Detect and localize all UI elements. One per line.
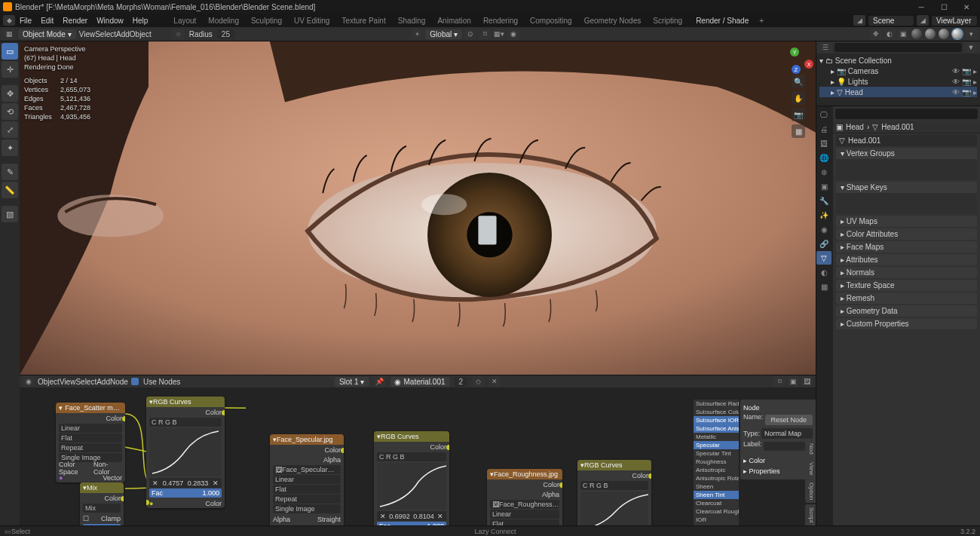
- move-tool[interactable]: ✥: [2, 85, 18, 102]
- curve-widget-3[interactable]: [580, 492, 648, 525]
- minimize-button[interactable]: ─: [911, 1, 932, 13]
- solid-shading[interactable]: [924, 28, 936, 40]
- bsdf-input[interactable]: Clearcoat Roughn: [694, 507, 739, 516]
- snap-icon[interactable]: ⌑: [479, 29, 491, 39]
- panel-header[interactable]: ▸ Geometry Data: [836, 305, 977, 317]
- menu-help[interactable]: Help: [128, 17, 153, 25]
- panel-header[interactable]: ▸ Remesh: [836, 293, 977, 304]
- node-header-rgb3[interactable]: ▾ RGB Curves: [577, 460, 651, 470]
- panel-header[interactable]: ▸ Normals: [836, 267, 977, 278]
- wireframe-shading[interactable]: [911, 28, 923, 40]
- crumb-object[interactable]: Head: [846, 123, 864, 131]
- snap-type-icon[interactable]: ▦▾: [493, 29, 505, 39]
- blender-menu-icon[interactable]: ◆: [3, 15, 15, 26]
- image-selector[interactable]: 🖼 Face_Specular…: [273, 465, 341, 474]
- scene-name-field[interactable]: Scene: [868, 16, 914, 26]
- bsdf-input[interactable]: IOR: [694, 516, 739, 524]
- bsdf-input[interactable]: Roughness: [694, 458, 739, 466]
- panel-header[interactable]: ▾ Shape Keys: [836, 182, 977, 193]
- bsdf-input[interactable]: Sheen Tint: [694, 491, 739, 499]
- outliner-search[interactable]: [835, 43, 962, 52]
- workspace-tab[interactable]: Shading: [392, 16, 432, 26]
- menu-edit[interactable]: Edit: [36, 17, 58, 25]
- workspace-tab[interactable]: Scripting: [647, 16, 688, 26]
- node-menu[interactable]: Select: [75, 378, 96, 386]
- menu-file[interactable]: File: [15, 17, 36, 25]
- tool-icon[interactable]: ○: [173, 29, 185, 39]
- node-header-rgb1[interactable]: ▾ RGB Curves: [146, 397, 225, 407]
- 3d-viewport[interactable]: Options: [20, 41, 816, 375]
- orientation-icon[interactable]: ⌖: [411, 29, 423, 39]
- props-tab-output[interactable]: 🖨: [816, 122, 831, 136]
- curve-channel-tabs[interactable]: C R G B: [149, 418, 222, 427]
- workspace-tab[interactable]: Sculpting: [245, 16, 288, 26]
- curve-widget-1[interactable]: [149, 428, 222, 476]
- ne-snap-icon[interactable]: ⌑: [773, 376, 786, 387]
- radius-field[interactable]: 25: [217, 29, 234, 39]
- bsdf-input[interactable]: Clearcoat: [694, 499, 739, 507]
- viewport-menu[interactable]: Select: [95, 30, 116, 38]
- maximize-button[interactable]: ☐: [933, 1, 954, 13]
- measure-tool[interactable]: 📏: [2, 182, 18, 198]
- slot-dropdown[interactable]: Slot 1 ▾: [335, 377, 369, 387]
- menu-render[interactable]: Render: [58, 17, 92, 25]
- select-tool[interactable]: ▭: [2, 43, 18, 60]
- use-nodes-check[interactable]: [131, 378, 139, 385]
- node-header-mix[interactable]: ▾ Mix: [80, 482, 124, 493]
- viewlayer-field[interactable]: ViewLayer: [932, 16, 977, 26]
- panel-header[interactable]: ▾ Vertex Groups: [836, 148, 977, 159]
- menu-window[interactable]: Window: [92, 17, 128, 25]
- props-tab-texture[interactable]: ▦: [816, 280, 831, 293]
- panel-header[interactable]: ▸ Custom Properties: [836, 318, 977, 329]
- node-header-rgb2[interactable]: ▾ RGB Curves: [374, 431, 449, 442]
- workspace-tab[interactable]: UV Editing: [288, 16, 335, 26]
- rendered-shading[interactable]: [951, 28, 963, 40]
- viewport-menu[interactable]: Add: [116, 30, 130, 38]
- props-tab-particle[interactable]: ✨: [816, 208, 831, 222]
- panel-header[interactable]: ▸ Color Attributes: [836, 228, 977, 240]
- props-tab-modifier[interactable]: 🔧: [816, 194, 831, 207]
- material-dropdown[interactable]: ◉ Material.001: [390, 377, 449, 387]
- props-tab-world[interactable]: ⊕: [816, 165, 831, 179]
- new-material-icon[interactable]: ◇: [472, 376, 484, 387]
- workspace-tab[interactable]: Modeling: [202, 16, 245, 26]
- node-dropdown[interactable]: Single Image: [273, 504, 341, 513]
- workspace-tab[interactable]: Compositing: [524, 16, 578, 26]
- panel-header[interactable]: ▸ UV Maps: [836, 216, 977, 227]
- camera-view-icon[interactable]: 📷: [792, 108, 805, 121]
- gizmo-icon[interactable]: ✥: [870, 29, 882, 39]
- props-tab-material[interactable]: ◐: [816, 265, 831, 279]
- node-dropdown[interactable]: Linear: [59, 424, 122, 433]
- node-menu[interactable]: Object: [38, 378, 60, 386]
- viewlayer-icon[interactable]: ◢: [917, 15, 929, 26]
- sidebar-vtab[interactable]: Option: [805, 479, 816, 504]
- props-tab-viewlayer[interactable]: 🖼: [816, 136, 831, 150]
- perspective-icon[interactable]: ▦: [792, 124, 805, 138]
- node-editor-type-icon[interactable]: ◉: [23, 376, 35, 387]
- workspace-tab[interactable]: Rendering: [477, 16, 524, 26]
- bsdf-input[interactable]: Subsurface Anisot: [694, 424, 739, 433]
- transform-tool[interactable]: ✦: [2, 139, 18, 156]
- nav-gizmo[interactable]: X Y Z: [786, 46, 811, 72]
- overlay-icon[interactable]: ◐: [884, 29, 896, 39]
- ne-backdrop-icon[interactable]: 🖼: [801, 376, 813, 387]
- node-menu[interactable]: Add: [96, 378, 110, 386]
- add-tool[interactable]: ▧: [2, 206, 18, 222]
- scale-tool[interactable]: ⤢: [2, 121, 18, 138]
- props-tab-data[interactable]: ▽: [816, 251, 831, 265]
- outliner-item[interactable]: ▸ 💡 Lights👁 📷 ▸: [819, 76, 977, 87]
- rotate-tool[interactable]: ⟲: [2, 103, 18, 120]
- orientation-dropdown[interactable]: Global▾: [425, 29, 462, 39]
- node-dropdown[interactable]: Flat: [490, 519, 559, 525]
- node-dropdown[interactable]: Flat: [59, 433, 122, 443]
- sidebar-vtab[interactable]: Nod: [805, 440, 816, 458]
- props-search[interactable]: [835, 109, 978, 119]
- filter-icon[interactable]: ▼: [965, 42, 977, 53]
- bsdf-input[interactable]: Subsurface IOR: [694, 416, 739, 424]
- bsdf-input[interactable]: Anisotropic Rotat: [694, 474, 739, 482]
- bsdf-input[interactable]: Specular: [694, 441, 739, 449]
- curve-widget-2[interactable]: [377, 463, 446, 510]
- node-dropdown[interactable]: Repeat: [273, 495, 341, 504]
- workspace-tab[interactable]: Layout: [167, 16, 202, 26]
- outliner-type-icon[interactable]: ☰: [819, 42, 831, 53]
